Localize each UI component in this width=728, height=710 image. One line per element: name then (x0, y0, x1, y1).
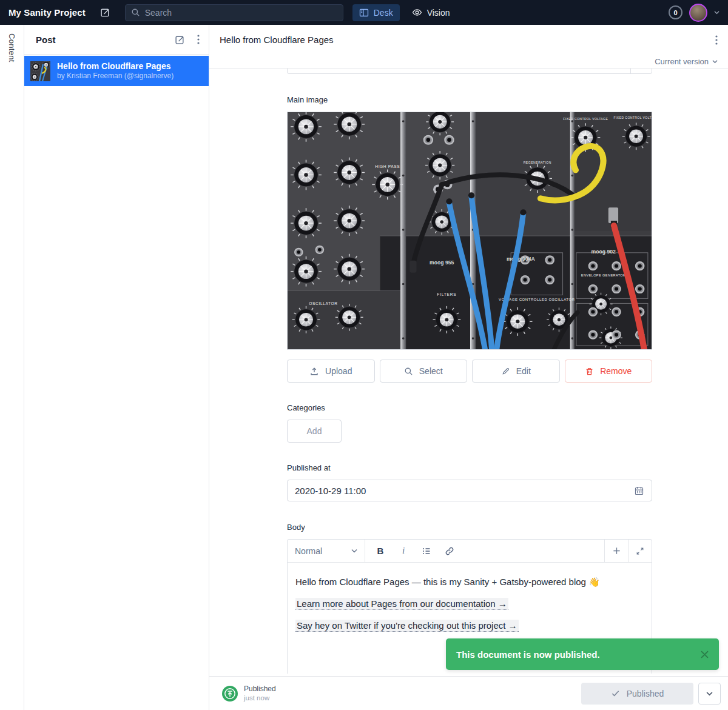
published-at-value: 2020-10-29 11:00 (295, 486, 366, 496)
document-footer: Published just now Published (209, 676, 728, 710)
style-select-value: Normal (295, 546, 322, 556)
upload-button[interactable]: Upload (287, 360, 375, 383)
chevron-down-icon (712, 59, 718, 64)
link-button[interactable] (438, 540, 461, 562)
tab-vision[interactable]: Vision (412, 7, 450, 18)
select-label: Select (419, 366, 443, 376)
post-panel-title: Post (36, 35, 56, 45)
publish-button-label: Published (627, 689, 664, 698)
bullet-list-button[interactable] (415, 540, 438, 562)
sanity-studio: My Sanity Project Search Desk Vision 0 (0, 0, 728, 710)
version-label: Current version (655, 57, 709, 66)
published-toast: This document is now published. (446, 638, 719, 670)
insert-block-button[interactable] (604, 540, 628, 562)
content-rail-label[interactable]: Content (7, 33, 16, 62)
edit-label: Edit (516, 366, 531, 376)
svg-text:FIXED CONTROL VOLTAGE: FIXED CONTROL VOLTAGE (563, 117, 608, 121)
document-pane: Hello from Cloudflare Pages Current vers… (209, 25, 728, 710)
remove-label: Remove (600, 366, 632, 376)
menu-dots-icon[interactable] (197, 35, 200, 44)
svg-text:VOLTAGE CONTROLLED OSCILLATOR: VOLTAGE CONTROLLED OSCILLATOR (499, 298, 575, 301)
document-header: Hello from Cloudflare Pages (209, 25, 728, 55)
post-panel-header: Post (24, 25, 209, 55)
slug-field-partial[interactable] (287, 69, 652, 74)
desk-tab-label: Desk (374, 8, 393, 18)
svg-text:OSCILLATOR: OSCILLATOR (309, 301, 337, 306)
main-image-label: Main image (287, 95, 652, 104)
desk-icon (359, 8, 369, 18)
svg-text:moog 904A: moog 904A (507, 256, 535, 262)
publish-status-title: Published (244, 685, 276, 694)
published-at-input[interactable]: 2020-10-29 11:00 (287, 480, 652, 501)
post-item-thumbnail (30, 61, 50, 81)
main-image-photo: HIGH PASS FIXED CONTROL VOLTAGE FIXED CO… (288, 112, 652, 349)
post-item-title: Hello from Cloudflare Pages (57, 61, 174, 72)
publish-menu-button[interactable] (698, 683, 721, 705)
svg-text:FILTERS: FILTERS (437, 293, 456, 297)
body-link-twitter[interactable]: Say hey on Twitter if you're checking ou… (295, 620, 519, 632)
select-button[interactable]: Select (380, 360, 468, 383)
search-icon (131, 8, 140, 17)
editor-toolbar: Normal B i (288, 540, 652, 563)
publish-status-time: just now (244, 694, 276, 702)
toast-message: This document is now published. (456, 649, 600, 660)
upload-icon (309, 366, 319, 376)
navbar-right: 0 (669, 4, 720, 22)
expand-editor-button[interactable] (628, 540, 652, 562)
post-item-subtitle: by Kristian Freeman (@signalnerve) (57, 72, 174, 81)
image-actions: Upload Select Edit (287, 360, 652, 383)
bold-button[interactable]: B (369, 540, 392, 562)
compose-icon[interactable] (100, 7, 110, 18)
check-icon (611, 689, 620, 698)
edit-button[interactable]: Edit (472, 360, 560, 383)
svg-text:ENVELOPE GENERATOR: ENVELOPE GENERATOR (581, 273, 626, 277)
eye-icon (412, 7, 422, 18)
body-link-documentation[interactable]: Learn more about Pages from our document… (295, 598, 508, 610)
trash-icon (585, 367, 594, 376)
vision-tab-label: Vision (427, 8, 450, 18)
avatar[interactable] (689, 4, 707, 22)
add-category-button[interactable]: Add (287, 420, 342, 443)
categories-label: Categories (287, 403, 652, 412)
post-list-item-selected[interactable]: Hello from Cloudflare Pages by Kristian … (24, 56, 209, 86)
new-document-icon[interactable] (175, 35, 185, 45)
pencil-icon (501, 367, 510, 376)
project-title[interactable]: My Sanity Project (8, 7, 86, 18)
publish-status-icon (222, 686, 238, 702)
publish-button[interactable]: Published (581, 683, 693, 705)
svg-text:moog 902: moog 902 (592, 249, 616, 255)
document-scroll-area[interactable]: Main image (209, 69, 728, 676)
content-rail: Content (0, 25, 24, 710)
notifications-badge[interactable]: 0 (669, 5, 682, 19)
chevron-down-icon[interactable] (714, 10, 720, 15)
post-list-panel: Post Hello from Cloudflare (24, 25, 209, 710)
main-image-preview[interactable]: HIGH PASS FIXED CONTROL VOLTAGE FIXED CO… (287, 112, 652, 350)
svg-text:HIGH PASS: HIGH PASS (375, 164, 400, 169)
italic-button[interactable]: i (392, 540, 415, 562)
style-select[interactable]: Normal (288, 540, 365, 562)
search-input[interactable]: Search (125, 4, 343, 21)
body-paragraph: Hello from Cloudflare Pages — this is my… (295, 575, 644, 589)
search-placeholder: Search (145, 8, 172, 18)
calendar-icon[interactable] (634, 486, 644, 496)
version-selector[interactable]: Current version (209, 55, 728, 69)
published-at-label: Published at (287, 463, 652, 472)
remove-button[interactable]: Remove (565, 360, 653, 383)
search-icon (404, 367, 413, 376)
document-menu-dots-icon[interactable] (715, 35, 718, 45)
close-icon[interactable] (701, 651, 709, 658)
svg-text:FIXED CONTROL VOLTAGE: FIXED CONTROL VOLTAGE (614, 116, 652, 119)
svg-text:REGENERATION: REGENERATION (524, 161, 551, 164)
tab-desk[interactable]: Desk (352, 4, 400, 21)
upload-label: Upload (325, 366, 352, 376)
chevron-down-icon (351, 549, 357, 553)
top-navbar: My Sanity Project Search Desk Vision 0 (0, 0, 728, 25)
body-label: Body (287, 523, 652, 532)
svg-text:moog 955: moog 955 (430, 260, 454, 266)
document-title: Hello from Cloudflare Pages (220, 35, 334, 45)
